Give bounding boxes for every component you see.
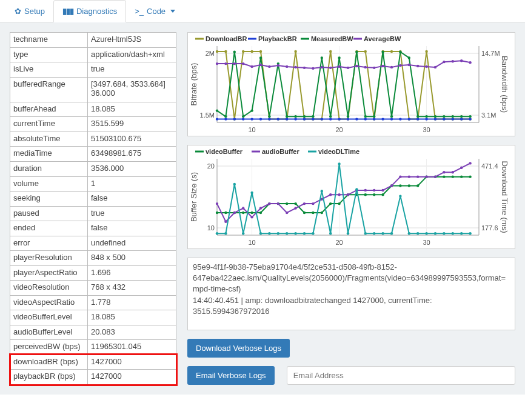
table-key: isLive xyxy=(10,62,88,78)
email-logs-button[interactable]: Email Verbose Logs xyxy=(187,366,275,385)
table-value: undefined xyxy=(88,236,176,251)
right-column: DownloadBRPlaybackBRMeasuredBWAverageBW2… xyxy=(187,32,515,385)
svg-point-126 xyxy=(303,67,306,69)
svg-point-68 xyxy=(321,118,323,120)
svg-point-131 xyxy=(347,67,349,69)
svg-point-85 xyxy=(469,118,471,120)
svg-point-240 xyxy=(303,232,306,235)
svg-point-224 xyxy=(425,175,427,178)
table-row: duration3536.000 xyxy=(10,161,176,176)
svg-point-223 xyxy=(416,175,419,178)
svg-point-128 xyxy=(321,66,323,68)
table-value: true xyxy=(88,206,176,221)
svg-text:30: 30 xyxy=(423,126,430,133)
svg-point-65 xyxy=(294,118,296,120)
svg-point-142 xyxy=(443,61,445,63)
table-row: playerResolution848 x 500 xyxy=(10,251,176,266)
svg-point-238 xyxy=(286,232,288,235)
tab-diagnostics[interactable]: ▮▮▮ Diagnostics xyxy=(53,0,126,22)
svg-point-193 xyxy=(416,184,419,187)
svg-point-237 xyxy=(277,232,279,235)
svg-point-132 xyxy=(355,65,358,67)
svg-point-31 xyxy=(259,50,262,53)
download-logs-button[interactable]: Download Verbose Logs xyxy=(187,339,290,358)
table-value: 18.085 xyxy=(88,310,176,325)
table-value: 1.778 xyxy=(88,295,176,310)
table-key: videoResolution xyxy=(10,281,88,296)
svg-point-27 xyxy=(224,50,227,53)
svg-point-181 xyxy=(312,212,314,214)
svg-point-129 xyxy=(329,67,332,69)
svg-point-82 xyxy=(443,118,445,120)
buffer-chart: videoBufferaudioBuffervideoDLTime2010471… xyxy=(187,145,515,249)
table-key: seeking xyxy=(10,192,88,207)
svg-point-239 xyxy=(294,232,296,235)
svg-point-209 xyxy=(294,207,296,209)
svg-point-174 xyxy=(250,212,253,214)
svg-point-56 xyxy=(216,118,218,120)
table-value: 768 x 432 xyxy=(88,281,176,296)
svg-text:10: 10 xyxy=(248,126,255,133)
svg-point-108 xyxy=(408,56,410,59)
svg-text:2M: 2M xyxy=(206,50,215,57)
table-row: errorundefined xyxy=(10,236,176,251)
svg-point-125 xyxy=(294,66,296,68)
diagnostics-table: technameAzureHtml5JStypeapplication/dash… xyxy=(10,32,176,385)
svg-point-102 xyxy=(355,50,358,53)
svg-point-201 xyxy=(224,221,227,223)
svg-point-221 xyxy=(399,175,401,178)
svg-text:14.7M: 14.7M xyxy=(481,50,500,57)
svg-point-180 xyxy=(303,212,306,214)
svg-point-101 xyxy=(347,115,349,118)
svg-point-97 xyxy=(312,115,314,118)
svg-point-226 xyxy=(443,171,445,173)
svg-text:videoDLTime: videoDLTime xyxy=(318,148,359,155)
svg-point-74 xyxy=(373,118,375,120)
email-field[interactable] xyxy=(287,366,515,385)
svg-text:10: 10 xyxy=(207,224,215,232)
table-row: currentTime3515.599 xyxy=(10,117,176,132)
svg-point-90 xyxy=(250,109,253,112)
svg-point-220 xyxy=(390,184,393,187)
log-output[interactable] xyxy=(187,258,515,330)
svg-point-242 xyxy=(321,190,323,192)
svg-point-86 xyxy=(216,109,218,112)
svg-text:MeasuredBW: MeasuredBW xyxy=(311,35,353,42)
svg-point-215 xyxy=(347,193,349,196)
svg-point-234 xyxy=(250,192,253,194)
table-row: absoluteTime51503100.675 xyxy=(10,132,176,147)
table-key: playbackBR (bps) xyxy=(10,370,88,385)
svg-point-117 xyxy=(224,62,227,65)
svg-text:PlaybackBR: PlaybackBR xyxy=(258,35,297,42)
tab-code[interactable]: >_ Code xyxy=(126,0,184,22)
table-value: 3536.000 xyxy=(88,161,176,176)
svg-point-127 xyxy=(312,67,314,70)
svg-point-63 xyxy=(277,118,279,120)
svg-text:20: 20 xyxy=(335,126,343,133)
svg-point-259 xyxy=(469,232,471,235)
svg-point-70 xyxy=(338,118,340,120)
svg-point-205 xyxy=(259,207,262,209)
svg-point-225 xyxy=(434,175,436,178)
svg-point-236 xyxy=(268,232,270,235)
svg-text:audioBuffer: audioBuffer xyxy=(262,148,299,155)
table-value: [3497.684, 3533.684] 36.000 xyxy=(88,77,176,102)
table-row: bufferedRange[3497.684, 3533.684] 36.000 xyxy=(10,77,176,102)
svg-point-179 xyxy=(294,202,296,205)
table-row: bufferAhead18.085 xyxy=(10,102,176,117)
svg-point-218 xyxy=(373,189,375,192)
table-value: 1.696 xyxy=(88,265,176,281)
svg-text:Bandwidth (bps): Bandwidth (bps) xyxy=(500,56,508,113)
svg-point-251 xyxy=(399,195,401,197)
tab-setup-label: Setup xyxy=(24,7,45,16)
table-row: typeapplication/dash+xml xyxy=(10,47,176,62)
table-value: false xyxy=(88,192,176,207)
svg-point-211 xyxy=(312,202,314,205)
svg-text:1.5M: 1.5M xyxy=(200,112,215,119)
svg-point-246 xyxy=(355,188,358,190)
svg-point-253 xyxy=(416,232,419,235)
svg-point-257 xyxy=(452,232,454,235)
svg-point-69 xyxy=(329,118,332,120)
svg-point-206 xyxy=(268,202,270,205)
tab-setup[interactable]: ✿ Setup xyxy=(6,0,53,22)
